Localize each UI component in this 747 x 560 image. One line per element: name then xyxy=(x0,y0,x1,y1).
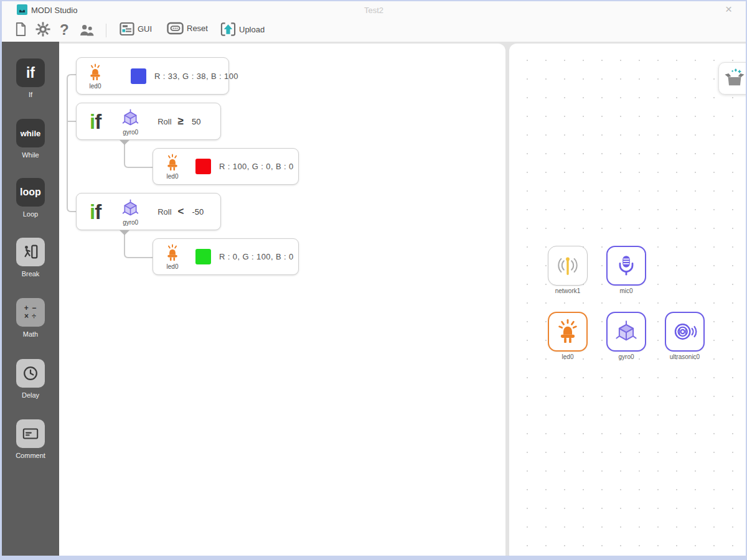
condition-value[interactable]: 50 xyxy=(192,117,200,126)
condition-property[interactable]: Roll xyxy=(157,207,171,217)
upload-label: Upload xyxy=(239,25,265,34)
module-tile-mic0[interactable] xyxy=(606,246,646,286)
network-icon xyxy=(555,253,580,278)
module-label: gyro0 xyxy=(123,219,138,226)
module-tile-ultrasonic0[interactable] xyxy=(665,312,705,352)
gyro-icon xyxy=(120,198,141,218)
while-block-icon: while xyxy=(16,119,45,147)
if-keyword: if xyxy=(90,111,101,132)
color-swatch[interactable] xyxy=(195,159,211,174)
sidebar-item-loop[interactable]: loop Loop xyxy=(2,178,59,218)
module-tile-led0[interactable] xyxy=(548,312,588,352)
module-tile-gyro0[interactable] xyxy=(606,312,646,352)
led-module-figure: led0 xyxy=(164,153,181,180)
rgb-value-text: R : 0, G : 100, B : 0 xyxy=(219,252,294,261)
led-icon xyxy=(164,243,181,263)
color-swatch[interactable] xyxy=(131,68,146,84)
upload-button[interactable]: Upload xyxy=(220,22,265,37)
gyro-module-figure: gyro0 xyxy=(120,108,141,136)
sidebar-item-while[interactable]: while While xyxy=(2,119,59,159)
if-branch-arrow-icon xyxy=(120,230,129,235)
module-name: ultrasonic0 xyxy=(655,353,715,360)
new-file-icon[interactable] xyxy=(15,22,27,37)
module-name: network1 xyxy=(538,287,598,294)
loop-block-icon: loop xyxy=(16,178,45,207)
gyro-module-figure: gyro0 xyxy=(120,198,141,226)
reset-icon xyxy=(167,22,184,35)
led-color-block[interactable]: led0 R : 100, G : 0, B : 0 xyxy=(153,148,299,185)
gyro-icon xyxy=(120,108,141,128)
module-label: led0 xyxy=(90,83,101,90)
add-module-button[interactable] xyxy=(718,62,747,95)
if-condition-block[interactable]: if gyro0 Roll xyxy=(76,193,221,230)
module-name: gyro0 xyxy=(596,353,656,360)
led-module-figure: led0 xyxy=(164,243,181,270)
sidebar-item-label: Delay xyxy=(2,391,59,399)
loop-glyph: loop xyxy=(20,187,41,198)
led-icon xyxy=(87,63,103,82)
sidebar-item-label: If xyxy=(2,91,59,98)
sidebar-item-label: While xyxy=(2,151,59,159)
if-keyword: if xyxy=(90,202,101,222)
sidebar-item-label: Comment xyxy=(2,452,59,459)
gui-label: GUI xyxy=(138,24,152,34)
module-name: mic0 xyxy=(596,287,656,294)
condition-value[interactable]: -50 xyxy=(192,207,204,217)
comment-icon xyxy=(16,419,45,448)
gui-button[interactable]: GUI xyxy=(120,22,152,36)
break-icon xyxy=(16,238,45,266)
rgb-value-text: R : 33, G : 38, B : 100 xyxy=(154,72,238,81)
sidebar-item-comment[interactable]: Comment xyxy=(2,419,59,459)
sidebar-item-delay[interactable]: Delay xyxy=(2,359,59,399)
help-icon[interactable]: ? xyxy=(60,22,69,38)
if-block-icon: if xyxy=(16,58,45,87)
sidebar-item-label: Loop xyxy=(2,210,59,218)
sidebar-item-label: Break xyxy=(2,270,59,278)
math-glyph-bottom: × ÷ xyxy=(24,312,37,320)
condition-operator[interactable]: < xyxy=(178,205,184,218)
content-area: if If while While loop Loop xyxy=(2,42,746,556)
close-icon[interactable]: × xyxy=(725,2,732,16)
upload-icon xyxy=(220,22,236,37)
block-palette-sidebar: if If while While loop Loop xyxy=(2,42,59,556)
toolbar: ? GUI xyxy=(2,19,746,42)
condition-operator[interactable]: ≥ xyxy=(178,115,184,128)
led-icon xyxy=(164,153,181,172)
module-tile-network1[interactable] xyxy=(548,246,588,286)
community-icon[interactable] xyxy=(78,24,95,37)
module-label: gyro0 xyxy=(123,129,138,136)
color-swatch[interactable] xyxy=(195,249,211,264)
sidebar-item-label: Math xyxy=(2,330,59,338)
reset-button[interactable]: Reset xyxy=(167,22,208,35)
gyro-icon xyxy=(614,319,639,344)
if-condition-block[interactable]: if gyro0 Roll xyxy=(76,103,221,140)
condition-property[interactable]: Roll xyxy=(157,117,171,126)
gui-icon xyxy=(120,22,134,36)
while-glyph: while xyxy=(21,129,41,138)
toolbar-divider xyxy=(106,24,106,37)
logic-canvas[interactable]: led0 R : 33, G : 38, B : 100 if xyxy=(59,44,505,556)
sidebar-item-math[interactable]: + − × ÷ Math xyxy=(2,298,59,338)
settings-icon[interactable] xyxy=(35,22,50,37)
sidebar-item-break[interactable]: Break xyxy=(2,238,59,278)
math-icon: + − × ÷ xyxy=(16,298,45,327)
app-window: MODI Studio Test2 × xyxy=(0,0,747,560)
mic-icon xyxy=(614,254,638,278)
add-module-icon xyxy=(723,68,746,89)
led-color-block[interactable]: led0 R : 33, G : 38, B : 100 xyxy=(76,57,229,95)
document-title: Test2 xyxy=(2,6,746,15)
if-glyph: if xyxy=(26,65,35,82)
title-bar: MODI Studio Test2 × xyxy=(2,1,746,19)
work-area: led0 R : 33, G : 38, B : 100 if xyxy=(59,42,746,556)
rgb-value-text: R : 100, G : 0, B : 0 xyxy=(219,162,294,171)
led-icon xyxy=(556,319,580,345)
delay-clock-icon xyxy=(16,359,45,388)
modules-panel[interactable]: network1 mic0 xyxy=(509,44,746,556)
led-color-block[interactable]: led0 R : 0, G : 100, B : 0 xyxy=(153,238,299,275)
module-name: led0 xyxy=(538,353,598,360)
if-branch-arrow-icon xyxy=(120,140,129,145)
module-label: led0 xyxy=(167,173,179,180)
module-label: led0 xyxy=(167,263,179,270)
sidebar-item-if[interactable]: if If xyxy=(2,58,59,98)
led-module-figure: led0 xyxy=(87,63,103,90)
